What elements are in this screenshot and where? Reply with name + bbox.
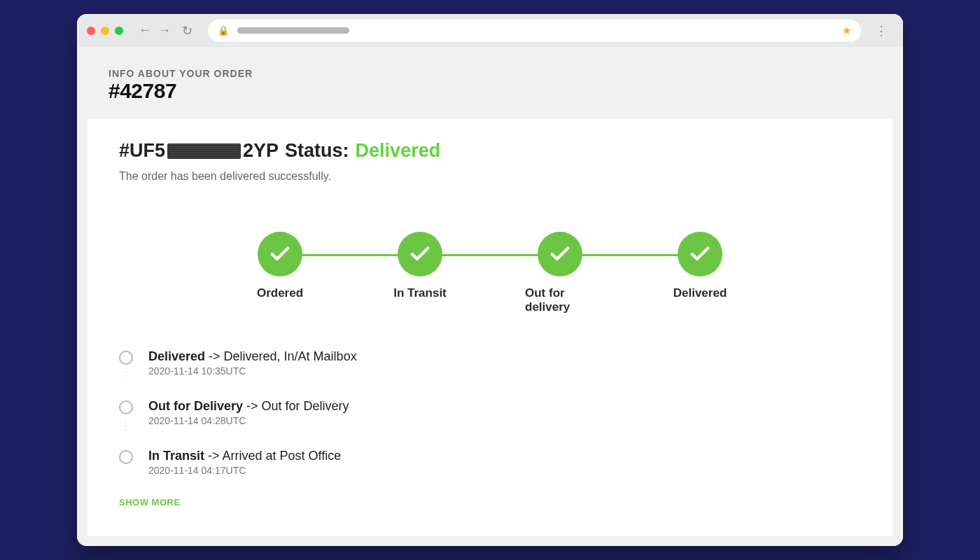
event-arrow: -> [205, 349, 224, 363]
event-arrow: -> [204, 449, 223, 463]
close-window-icon[interactable] [87, 27, 95, 35]
browser-menu-icon[interactable]: ⋮ [875, 23, 888, 38]
bookmark-star-icon[interactable]: ★ [842, 24, 851, 37]
event-stage: Out for Delivery [148, 399, 243, 413]
step-ordered: Ordered [245, 232, 315, 300]
url-placeholder [237, 27, 349, 34]
check-icon [678, 232, 722, 276]
order-status-card: #UF5 2YP Status: Delivered The order has… [88, 119, 892, 536]
traffic-lights [87, 27, 123, 35]
address-bar[interactable]: 🔒 ★ [208, 20, 861, 42]
event-title: Out for Delivery -> Out for Delivery [148, 399, 861, 414]
browser-window: ← → ↻ 🔒 ★ ⋮ INFO ABOUT YOUR ORDER #42787… [77, 14, 903, 546]
browser-chrome: ← → ↻ 🔒 ★ ⋮ [77, 14, 903, 47]
event-connector: ••• [125, 368, 126, 384]
event-marker-icon [119, 351, 133, 365]
event-time: 2020-11-14 04:28UTC [148, 415, 861, 426]
timeline: ••• Delivered -> Delivered, In/At Mailbo… [119, 349, 861, 482]
check-icon [258, 232, 302, 276]
order-number: #42787 [108, 80, 872, 102]
event-marker-icon [119, 450, 133, 464]
event-detail: Arrived at Post Office [223, 449, 342, 463]
check-icon [538, 232, 582, 276]
step-label: Out for delivery [525, 286, 595, 314]
event-time: 2020-11-14 04:17UTC [148, 465, 861, 476]
progress-line [294, 254, 686, 256]
event-connector: ••• [125, 417, 126, 433]
step-label: Delivered [673, 286, 727, 300]
event-stage: In Transit [148, 449, 204, 463]
minimize-window-icon[interactable] [101, 27, 109, 35]
timeline-event: ••• Out for Delivery -> Out for Delivery… [119, 399, 861, 432]
timeline-event: ••• Delivered -> Delivered, In/At Mailbo… [119, 349, 861, 382]
back-icon[interactable]: ← [139, 23, 151, 38]
lock-icon: 🔒 [218, 25, 229, 36]
event-detail: Out for Delivery [262, 399, 349, 413]
event-title: In Transit -> Arrived at Post Office [148, 449, 861, 463]
step-delivered: Delivered [665, 232, 735, 300]
check-icon [398, 232, 442, 276]
tracking-prefix: #UF5 [119, 140, 165, 162]
forward-icon[interactable]: → [158, 23, 171, 38]
order-header: INFO ABOUT YOUR ORDER #42787 [88, 57, 892, 119]
event-stage: Delivered [148, 349, 205, 363]
step-label: In Transit [393, 286, 447, 300]
tracking-status-line: #UF5 2YP Status: Delivered [119, 140, 861, 162]
status-subtext: The order has been delivered successfull… [119, 170, 861, 183]
show-more-button[interactable]: SHOW MORE [119, 497, 181, 507]
step-in-transit: In Transit [385, 232, 455, 300]
event-detail: Delivered, In/At Mailbox [224, 349, 357, 363]
event-title: Delivered -> Delivered, In/At Mailbox [148, 349, 861, 364]
event-marker-icon [119, 400, 133, 414]
step-label: Ordered [257, 286, 303, 300]
order-header-eyebrow: INFO ABOUT YOUR ORDER [108, 68, 872, 79]
event-time: 2020-11-14 10:35UTC [148, 365, 861, 377]
refresh-icon[interactable]: ↻ [182, 23, 192, 38]
timeline-event: ••• In Transit -> Arrived at Post Office… [119, 449, 861, 482]
progress-tracker: Ordered In Transit Out for delivery [245, 232, 735, 314]
maximize-window-icon[interactable] [115, 27, 123, 35]
status-value: Delivered [356, 140, 441, 162]
page-content: INFO ABOUT YOUR ORDER #42787 #UF5 2YP St… [77, 47, 903, 546]
step-out-for-delivery: Out for delivery [525, 232, 595, 314]
tracking-suffix: 2YP [243, 140, 279, 162]
nav-controls: ← → ↻ [139, 23, 192, 38]
status-label: Status: [285, 140, 349, 162]
tracking-redacted [167, 144, 241, 159]
event-arrow: -> [243, 399, 262, 413]
